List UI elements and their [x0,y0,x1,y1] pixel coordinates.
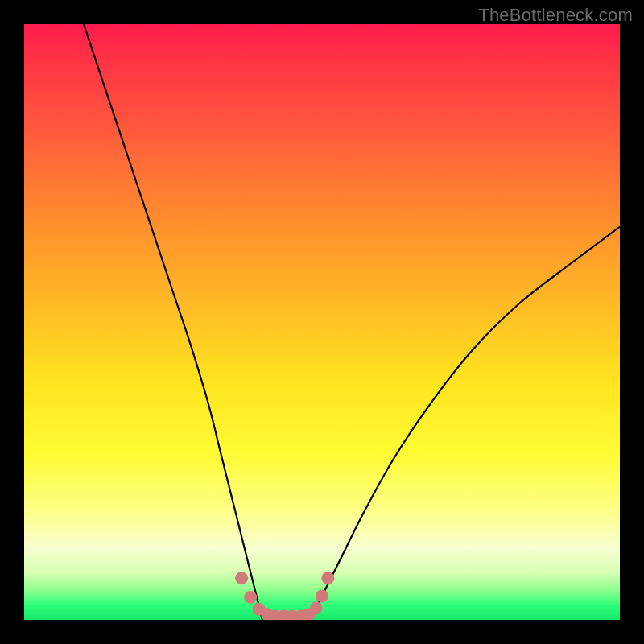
curve-dot [310,601,323,614]
curve-dot [235,572,248,584]
left-curve-path [84,24,262,620]
plot-area [24,24,620,620]
curve-dot [316,589,328,602]
chart-frame: TheBottleneck.com [0,0,644,644]
bottom-dots-group [235,572,334,620]
curve-dot [244,591,257,604]
curve-layer [24,24,620,620]
right-curve-path [310,227,620,620]
curve-dot [321,572,334,584]
watermark-text: TheBottleneck.com [478,5,633,26]
